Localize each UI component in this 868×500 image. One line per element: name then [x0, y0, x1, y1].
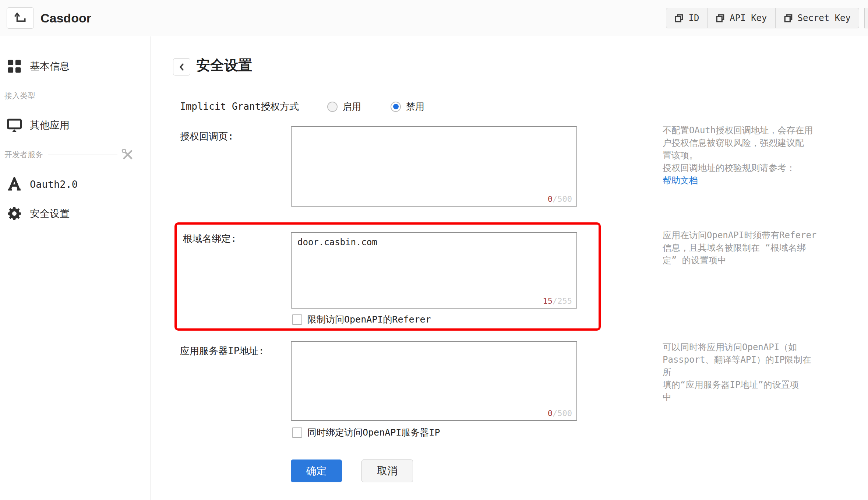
section-divider-line — [40, 96, 134, 96]
help-line: 户授权信息被窃取风险，强烈建议配 — [663, 137, 817, 149]
radio-disable[interactable] — [391, 102, 401, 112]
radio-enable-label: 启用 — [343, 101, 361, 113]
clipped-button-edge — [864, 8, 868, 28]
sidebar-section-access-type: 接入类型 — [0, 81, 151, 110]
sidebar-item-other-apps[interactable]: 其他应用 — [0, 110, 151, 140]
help-line: 可以同时将应用访问OpenAPI（如 — [663, 341, 817, 353]
radio-option-disable[interactable]: 禁用 — [391, 101, 424, 113]
sidebar: 基本信息 接入类型 其他应用 开发者服务 — [0, 36, 151, 500]
radio-option-enable[interactable]: 启用 — [327, 101, 361, 113]
server-ip-label: 应用服务器IP地址: — [180, 345, 264, 358]
radio-enable[interactable] — [327, 102, 338, 112]
section-divider-line — [48, 155, 117, 155]
help-callback-urls: 不配置OAuth授权回调地址，会存在用 户授权信息被窃取风险，强烈建议配 置该项… — [663, 124, 817, 187]
copy-secret-key-label: Secret Key — [798, 13, 851, 23]
return-arrow-icon — [13, 12, 27, 24]
sidebar-item-label: 其他应用 — [30, 119, 70, 132]
help-line: 填的“应用服务器IP地址”的设置项 — [663, 378, 817, 391]
server-ip-field: 0/500 — [291, 341, 577, 421]
gear-icon — [6, 207, 23, 221]
root-domain-label: 根域名绑定: — [183, 232, 237, 245]
copy-id-button[interactable]: ID — [666, 8, 708, 28]
help-line: 中 — [663, 391, 817, 404]
copy-icon — [674, 13, 684, 23]
sidebar-item-label: 安全设置 — [30, 207, 70, 220]
monitor-icon — [6, 118, 23, 133]
sidebar-item-basic-info[interactable]: 基本信息 — [0, 52, 151, 81]
radio-disable-label: 禁用 — [406, 101, 424, 113]
callback-urls-label: 授权回调页: — [180, 130, 234, 143]
chevron-left-icon — [177, 62, 186, 72]
sidebar-item-label: Oauth2.0 — [30, 179, 78, 190]
help-line: 置该项。 — [663, 149, 817, 162]
callback-urls-field: 0/500 — [291, 126, 577, 207]
callback-urls-textarea[interactable] — [291, 126, 577, 207]
help-root-domain: 应用在访问OpenAPI时须带有Referer 信息，且其域名被限制在 “根域名… — [663, 229, 817, 267]
help-line: 授权回调地址的校验规则请参考： — [663, 162, 817, 174]
help-line: 应用在访问OpenAPI时须带有Referer — [663, 229, 817, 242]
referer-restrict-label: 限制访问OpenAPI的Referer — [307, 313, 431, 325]
server-ip-textarea[interactable] — [291, 341, 577, 421]
help-doc-link[interactable]: 帮助文档 — [663, 174, 817, 187]
help-line: 定” 的设置项中 — [663, 254, 817, 267]
sidebar-section-label: 接入类型 — [4, 91, 35, 101]
copy-api-key-label: API Key — [730, 13, 767, 23]
page-title: 安全设置 — [196, 56, 252, 75]
sidebar-item-oauth[interactable]: Oauth2.0 — [0, 169, 151, 199]
bind-openapi-ip-checkbox[interactable] — [292, 427, 302, 438]
confirm-button[interactable]: 确定 — [291, 459, 342, 482]
grid-icon — [6, 59, 23, 73]
help-server-ip: 可以同时将应用访问OpenAPI（如 Passport、翻译等API）的IP限制… — [663, 341, 817, 404]
app-title: Casdoor — [40, 0, 91, 36]
tools-icon — [121, 148, 134, 161]
help-line: 信息，且其域名被限制在 “根域名绑 — [663, 242, 817, 254]
sidebar-item-security-settings[interactable]: 安全设置 — [0, 199, 151, 228]
root-domain-field: door.casbin.com 15/255 — [291, 232, 577, 309]
sidebar-item-label: 基本信息 — [30, 60, 70, 73]
top-header: Casdoor ID API Key — [0, 0, 868, 36]
bind-openapi-ip-checkbox-row[interactable]: 同时绑定访问OpenAPI服务器IP — [292, 426, 440, 439]
root-domain-textarea[interactable]: door.casbin.com — [291, 232, 577, 309]
sidebar-section-developer-services: 开发者服务 — [0, 140, 151, 169]
copy-icon — [784, 13, 793, 23]
casdoor-app: Casdoor ID API Key — [0, 0, 868, 500]
help-line: 不配置OAuth授权回调地址，会存在用 — [663, 124, 817, 137]
bind-openapi-ip-label: 同时绑定访问OpenAPI服务器IP — [307, 426, 440, 439]
cancel-button[interactable]: 取消 — [361, 459, 413, 482]
page-back-button[interactable] — [173, 58, 190, 75]
copy-secret-key-button[interactable]: Secret Key — [776, 8, 860, 28]
oauth-icon — [6, 177, 23, 191]
referer-restrict-checkbox[interactable] — [292, 314, 302, 325]
help-line: Passport、翻译等API）的IP限制在所 — [663, 353, 817, 378]
implicit-grant-label: Implicit Grant授权方式 — [180, 100, 299, 113]
copy-api-key-button[interactable]: API Key — [708, 8, 775, 28]
copy-icon — [716, 13, 725, 23]
copy-id-label: ID — [688, 13, 699, 23]
copy-button-group: ID API Key Secret Key — [666, 8, 859, 28]
referer-restrict-checkbox-row[interactable]: 限制访问OpenAPI的Referer — [292, 313, 431, 325]
return-button[interactable] — [7, 7, 34, 29]
sidebar-section-label: 开发者服务 — [4, 149, 43, 160]
